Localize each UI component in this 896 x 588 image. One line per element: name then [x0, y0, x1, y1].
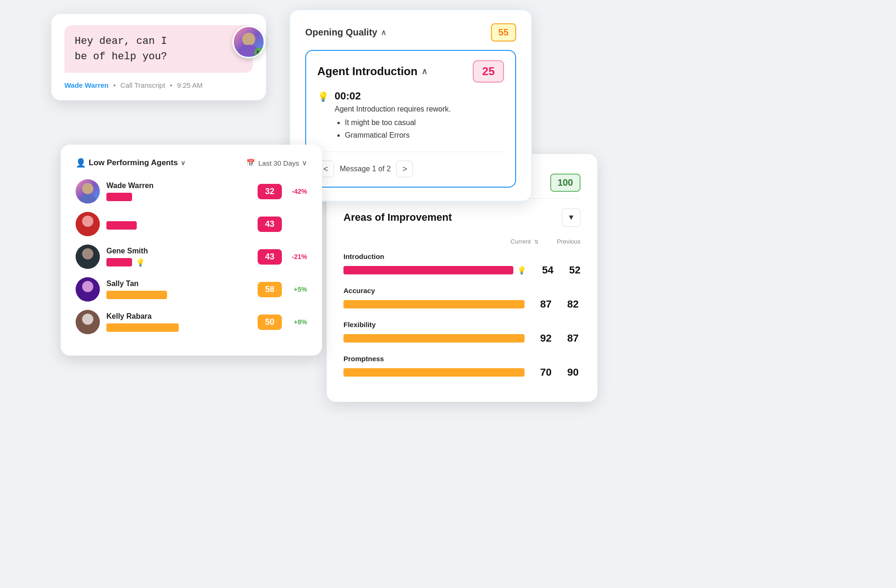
bar-kelly-fill [106, 323, 179, 332]
quality-header: Opening Quality ∧ 55 [305, 23, 516, 42]
meta-separator: • [113, 81, 116, 89]
bar-kelly [106, 323, 251, 332]
metric-label-promptness: Promptness [343, 355, 581, 363]
metric-introduction: Introduction 💡 54 52 [343, 252, 581, 276]
agent-intro-score: 25 [473, 60, 504, 83]
agent-row-sally: Sally Tan 58 +5% [76, 277, 307, 301]
bulb-gene: 💡 [136, 258, 145, 267]
change-gene: -21% [288, 253, 307, 260]
metric-flexibility: Flexibility 92 87 [343, 321, 581, 344]
quality-score-badge: 55 [491, 23, 516, 42]
agent-row-kelly: Kelly Rabara 50 +8% [76, 310, 307, 334]
bar-accuracy [343, 300, 525, 308]
score-flexibility-prev: 87 [555, 332, 579, 344]
score-flexibility-current: 92 [528, 332, 552, 344]
score-promptness-current: 70 [528, 366, 552, 378]
score-accuracy-current: 87 [528, 298, 552, 310]
agent-intro-header: Agent Introduction ∧ 25 [317, 60, 504, 83]
th-current: Current ⇅ [497, 238, 539, 245]
call-timestamp: 00:02 [335, 90, 451, 102]
metric-bar-flexibility: 92 87 [343, 332, 581, 344]
avatar-gene [76, 245, 100, 269]
svg-point-4 [82, 216, 93, 227]
agent-name-wade: Wade Warren [106, 182, 251, 190]
metric-label-flexibility: Flexibility [343, 321, 581, 329]
agent-info-sally: Sally Tan [106, 280, 251, 299]
svg-point-7 [79, 259, 96, 269]
svg-point-9 [79, 292, 96, 301]
score-accuracy-prev: 82 [555, 298, 579, 310]
agent-avatar-main: 📞 [232, 26, 265, 58]
lightbulb-icon: 💡 [317, 91, 329, 102]
metric-label-introduction: Introduction [343, 252, 581, 260]
score-introduction-current: 54 [530, 264, 553, 276]
score-sally: 58 [258, 282, 282, 297]
metric-promptness: Promptness 70 90 [343, 355, 581, 378]
calendar-icon: 📅 [246, 159, 255, 167]
avatar-kelly [76, 310, 100, 334]
timestamp-row: 💡 00:02 Agent Introduction requires rewo… [317, 90, 504, 141]
agent-intro-card: Agent Introduction ∧ 25 💡 00:02 Agent In… [305, 50, 516, 188]
quality-chevron[interactable]: ∧ [381, 28, 386, 37]
agents-filter-button[interactable]: 👤 Low Performing Agents ∨ [76, 158, 185, 168]
quality-title: Opening Quality ∧ [305, 27, 386, 38]
agent-name-sally: Sally Tan [106, 280, 251, 288]
quality-title-text: Opening Quality [305, 27, 377, 38]
metric-bar-accuracy: 87 82 [343, 298, 581, 310]
bar-gene: 💡 [106, 258, 251, 267]
agent-name-link[interactable]: Wade Warren [64, 81, 109, 89]
score-gene: 43 [258, 249, 282, 265]
agents-icon: 👤 [76, 158, 86, 168]
areas-filter-button[interactable]: ▼ [562, 208, 581, 227]
date-filter-button[interactable]: 📅 Last 30 Days ∨ [246, 159, 307, 167]
chat-bubble: Hey dear, can I be of help you? [64, 25, 253, 73]
sort-icon[interactable]: ⇅ [534, 239, 539, 245]
date-label: Last 30 Days [258, 159, 299, 167]
agents-header: 👤 Low Performing Agents ∨ 📅 Last 30 Days… [76, 158, 307, 168]
metric-bar-introduction: 💡 54 52 [343, 264, 581, 276]
change-sally: +5% [288, 286, 307, 293]
change-kelly: +8% [288, 318, 307, 326]
issue-list: It might be too casual Grammatical Error… [335, 116, 451, 141]
metric-accuracy: Accuracy 87 82 [343, 287, 581, 310]
svg-point-10 [82, 314, 93, 325]
date-chevron: ∨ [302, 159, 307, 167]
rework-content: 00:02 Agent Introduction requires rework… [335, 90, 451, 141]
agent-row-gene: Gene Smith 💡 43 -21% [76, 245, 307, 269]
metric-label-accuracy: Accuracy [343, 287, 581, 294]
agent-name-gene: Gene Smith [106, 247, 251, 255]
chat-meta: Wade Warren • Call Transcript • 9:25 AM [64, 81, 253, 89]
areas-title: Areas of Improvement [343, 211, 452, 224]
greeting-score: 100 [550, 174, 581, 192]
message-label: Message 1 of 2 [340, 165, 391, 173]
svg-point-5 [79, 227, 96, 236]
quality-card: Opening Quality ∧ 55 Agent Introduction … [289, 9, 532, 202]
avatar-wade [76, 179, 100, 203]
chat-card: Hey dear, can I be of help you? Wade War… [51, 14, 266, 100]
areas-header: Areas of Improvement ▼ [343, 208, 581, 227]
score-introduction-prev: 52 [557, 264, 581, 276]
bar-wade-fill [106, 193, 132, 201]
agent-intro-title-text: Agent Introduction [317, 65, 418, 78]
agent-intro-title: Agent Introduction ∧ [317, 65, 427, 78]
agents-card: 👤 Low Performing Agents ∨ 📅 Last 30 Days… [61, 145, 322, 356]
agent-info-unknown [106, 218, 251, 230]
svg-point-11 [79, 325, 96, 334]
score-promptness-prev: 90 [555, 366, 579, 378]
bar-introduction [343, 266, 513, 274]
agent-info-wade: Wade Warren [106, 182, 251, 201]
svg-point-2 [82, 183, 93, 194]
next-message-button[interactable]: > [396, 161, 413, 177]
agent-info-gene: Gene Smith 💡 [106, 247, 251, 267]
phone-badge: 📞 [254, 48, 265, 58]
bulb-introduction: 💡 [517, 266, 526, 275]
chat-timestamp: 9:25 AM [177, 81, 203, 89]
agent-row-unknown: 43 [76, 212, 307, 236]
agent-intro-chevron[interactable]: ∧ [421, 66, 427, 77]
bar-sally-fill [106, 291, 167, 299]
agent-name-kelly: Kelly Rabara [106, 312, 251, 321]
score-kelly: 50 [258, 315, 282, 330]
svg-point-6 [82, 248, 93, 259]
agents-chevron: ∨ [181, 159, 185, 167]
bar-unknown-fill [106, 221, 137, 230]
